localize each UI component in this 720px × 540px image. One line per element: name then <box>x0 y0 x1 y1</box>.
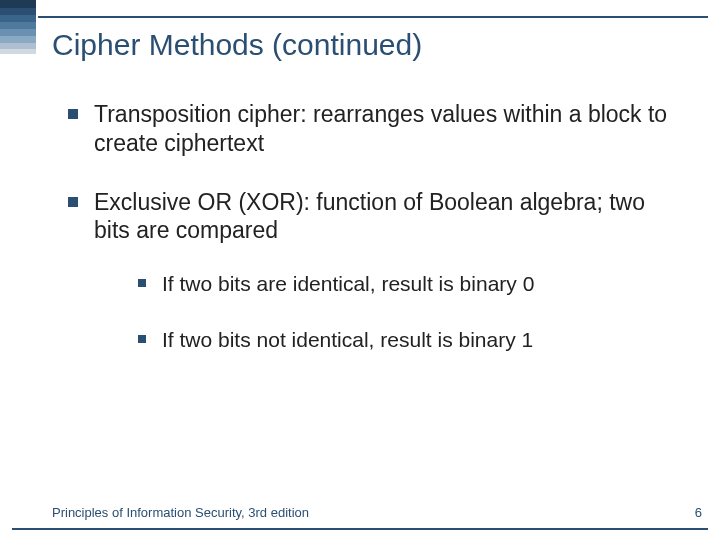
deco-bar <box>0 49 36 54</box>
sub-bullets: If two bits are identical, result is bin… <box>94 271 680 354</box>
square-bullet-icon <box>68 109 78 119</box>
deco-bar <box>0 0 36 8</box>
bullet-level1: Exclusive OR (XOR): function of Boolean … <box>60 188 680 354</box>
footer-source: Principles of Information Security, 3rd … <box>52 505 309 520</box>
footer-page-number: 6 <box>695 505 702 520</box>
deco-bar <box>0 29 36 36</box>
bottom-divider <box>12 528 708 530</box>
deco-bar <box>0 15 36 22</box>
bullet-level2: If two bits not identical, result is bin… <box>94 327 680 353</box>
bullet-text: If two bits not identical, result is bin… <box>162 328 533 351</box>
top-divider <box>38 16 708 18</box>
bullet-level1: Transposition cipher: rearranges values … <box>60 100 680 158</box>
deco-bar <box>0 8 36 15</box>
slide-side-decoration <box>0 0 36 54</box>
deco-bar <box>0 22 36 29</box>
square-bullet-icon <box>138 279 146 287</box>
deco-bar <box>0 36 36 43</box>
bullet-text: Transposition cipher: rearranges values … <box>94 101 667 156</box>
slide-title: Cipher Methods (continued) <box>52 28 700 62</box>
slide-body: Transposition cipher: rearranges values … <box>60 100 680 384</box>
square-bullet-icon <box>68 197 78 207</box>
bullet-text: Exclusive OR (XOR): function of Boolean … <box>94 189 645 244</box>
square-bullet-icon <box>138 335 146 343</box>
bullet-text: If two bits are identical, result is bin… <box>162 272 534 295</box>
bullet-level2: If two bits are identical, result is bin… <box>94 271 680 297</box>
